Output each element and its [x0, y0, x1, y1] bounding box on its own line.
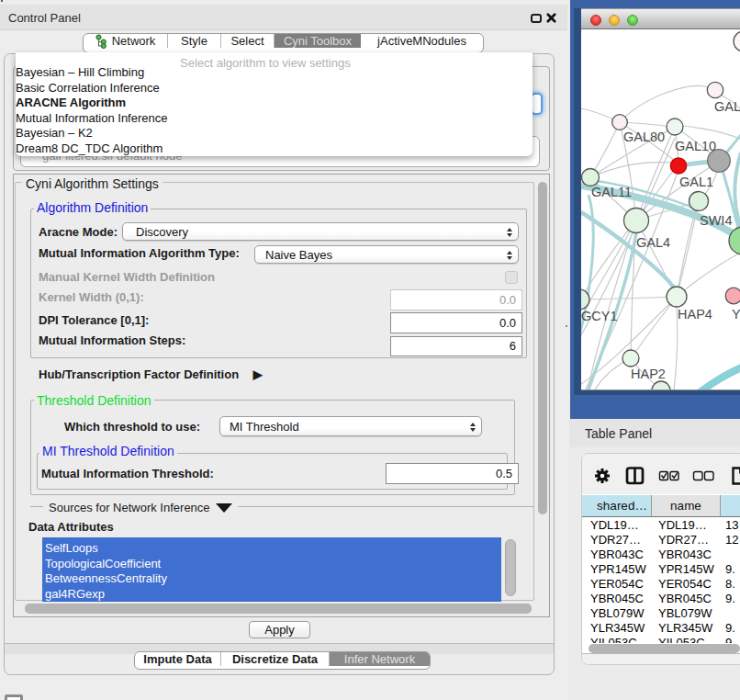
svg-text:GAL80: GAL80: [623, 130, 665, 144]
svg-text:SWI4: SWI4: [700, 213, 732, 228]
svg-text:HAP2: HAP2: [631, 367, 666, 381]
svg-text:GAL11: GAL11: [591, 185, 632, 199]
svg-text:GAL4: GAL4: [636, 235, 670, 250]
svg-text:GCY1: GCY1: [581, 309, 618, 323]
svg-text:GAL2: GAL2: [714, 99, 740, 114]
svg-text:HAP4: HAP4: [678, 307, 712, 322]
svg-text:Y: Y: [732, 307, 740, 322]
svg-text:GAL1: GAL1: [679, 175, 713, 189]
svg-text:GAL10: GAL10: [675, 139, 716, 153]
